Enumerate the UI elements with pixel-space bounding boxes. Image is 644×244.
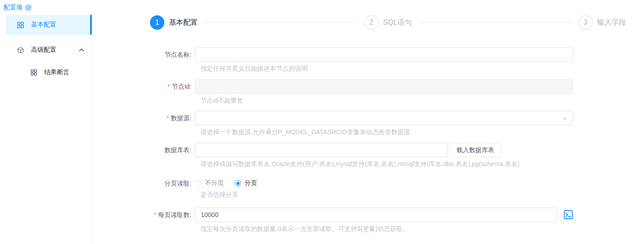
form-row-paging: 分页读取: 不分页 分页 是否选择分页 [92, 179, 644, 199]
field-hint: 请选择或填写数据库表名,Oracle支持(用户.表名),mysql支持(库名.表… [195, 160, 644, 168]
grid-icon [31, 69, 37, 76]
menu-item-label: 基本配置 [31, 21, 56, 29]
sidebar-item-result-assertion[interactable]: 结果断言 [0, 63, 91, 81]
form-row-datasource: *数据源: 请选择一个数据源,允许通过P_MODEL_DATASRCID变量来动… [92, 111, 644, 136]
terminal-icon[interactable] [564, 210, 573, 219]
field-hint: 请选择一个数据源,允许通过P_MODEL_DATASRCID变量来动态改变数据源 [195, 128, 644, 136]
load-db-tables-button[interactable]: 载入数据库表 [449, 143, 501, 157]
steps-bar: 1 基本配置 2 SQL语句 3 输入字段 [150, 15, 626, 30]
step-connector [418, 23, 572, 23]
step-number: 3 [578, 15, 593, 30]
sidebar-title: 配置项 [4, 4, 32, 12]
required-asterisk: * [167, 114, 169, 122]
field-hint: 指定每次分页读取的数据量,0表示一次全部读取。可支持${变量}动态获取。 [195, 225, 644, 233]
radio-circle-checked [235, 180, 241, 186]
page-size-input[interactable] [195, 208, 557, 222]
radio-label: 不分页 [205, 179, 224, 187]
field-label: *数据源: [92, 111, 195, 136]
step-basic-config[interactable]: 1 基本配置 [150, 15, 198, 30]
field-label: *节点Id: [92, 79, 195, 105]
paging-radio-group: 不分页 分页 [195, 179, 644, 188]
form-row-node-id: *节点Id: 节点id不能重复 [92, 79, 644, 105]
sidebar-item-advanced-config[interactable]: 高级配置 [0, 40, 91, 60]
field-hint: 指定任何有意义且能描述本节点的说明 [195, 64, 644, 73]
cube-icon [17, 47, 24, 54]
step-title: 输入字段 [597, 18, 626, 27]
radio-paging[interactable]: 分页 [235, 179, 257, 187]
menu-item-label: 高级配置 [31, 46, 56, 54]
db-table-input[interactable] [195, 143, 448, 157]
menu-item-label: 结果断言 [44, 68, 69, 77]
step-number: 2 [364, 15, 379, 30]
main-panel: 1 基本配置 2 SQL语句 3 输入字段 节点名称: 指定任何有意义且能描述本… [92, 0, 644, 244]
sidebar-item-basic-config[interactable]: 基本配置 [6, 15, 91, 35]
chevron-up-icon[interactable] [79, 48, 84, 52]
node-id-input [195, 79, 573, 94]
form-row-page-size: *每页读取数: 指定每次分页读取的数据量,0表示一次全部读取。可支持${变量}动… [92, 208, 644, 233]
step-title: SQL语句 [383, 18, 412, 27]
step-input-fields[interactable]: 3 输入字段 [578, 15, 626, 30]
radio-circle [195, 180, 201, 186]
chevron-down-icon [562, 115, 568, 123]
step-number: 1 [150, 15, 164, 30]
required-asterisk: * [168, 83, 170, 90]
step-title: 基本配置 [169, 18, 198, 27]
required-asterisk: * [154, 211, 156, 218]
form-row-db-table: 数据库表: 载入数据库表 请选择或填写数据库表名,Oracle支持(用户.表名)… [92, 143, 644, 168]
radio-label: 分页 [245, 179, 257, 187]
step-connector [204, 23, 358, 23]
datasource-select[interactable] [195, 111, 573, 125]
node-name-input[interactable] [195, 47, 573, 62]
grid-icon [17, 22, 24, 28]
field-label: 分页读取: [92, 179, 195, 199]
target-icon[interactable] [25, 5, 32, 11]
sidebar: 配置项 基本配置 高级配置 结果断言 [0, 0, 92, 244]
step-sql[interactable]: 2 SQL语句 [364, 15, 412, 30]
field-hint: 节点id不能重复 [195, 96, 644, 105]
field-label: *每页读取数: [92, 208, 195, 233]
sidebar-title-label: 配置项 [4, 4, 23, 12]
field-hint: 是否选择分页 [195, 190, 644, 199]
field-label: 数据库表: [92, 143, 195, 168]
form-row-node-name: 节点名称: 指定任何有意义且能描述本节点的说明 [92, 47, 644, 73]
config-form: 节点名称: 指定任何有意义且能描述本节点的说明 *节点Id: 节点id不能重复 … [92, 47, 644, 233]
sidebar-menu: 基本配置 高级配置 结果断言 [0, 12, 92, 244]
field-label: 节点名称: [92, 47, 195, 73]
radio-no-paging[interactable]: 不分页 [195, 179, 224, 187]
